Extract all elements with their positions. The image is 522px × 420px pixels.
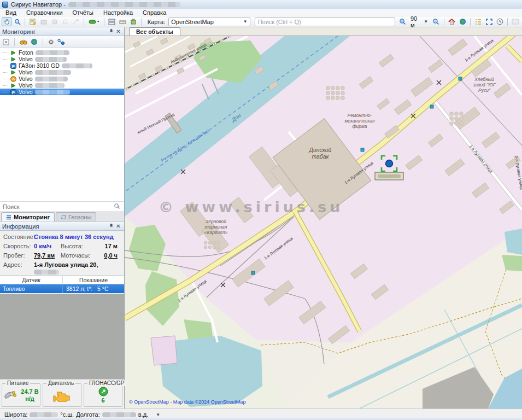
track-button[interactable] bbox=[87, 17, 101, 26]
geozone-group-button[interactable] bbox=[39, 17, 49, 26]
vehicle-row[interactable]: Foton bbox=[0, 49, 124, 56]
connection-icon[interactable] bbox=[57, 39, 65, 45]
legend-button[interactable] bbox=[473, 17, 483, 26]
gear-icon[interactable]: ⚙ bbox=[48, 38, 54, 46]
pan-tool-button[interactable] bbox=[2, 17, 11, 26]
edit-button[interactable] bbox=[28, 17, 38, 26]
map-canvas[interactable]: Амбулаторная улица жный Нижний Проезд Ро… bbox=[125, 36, 522, 409]
plug-icon bbox=[3, 389, 17, 401]
fit-selection-button[interactable] bbox=[484, 17, 494, 26]
close-icon[interactable]: ✕ bbox=[115, 223, 122, 229]
idle-status-icon bbox=[10, 76, 16, 82]
app-icon bbox=[2, 2, 8, 8]
map-tab-strip: Все объекты bbox=[125, 27, 522, 36]
vehicle-label: Volvo bbox=[19, 75, 33, 82]
monitoring-panel-header: Мониторинг ✕ bbox=[0, 27, 124, 36]
map-svg: Амбулаторная улица жный Нижний Проезд Ро… bbox=[125, 36, 522, 409]
map-scale-select[interactable]: 90 м ▼ bbox=[408, 17, 430, 26]
svg-text:Донской: Донской bbox=[309, 147, 332, 153]
pin-icon[interactable] bbox=[108, 28, 115, 35]
svg-text:Зерновой: Зерновой bbox=[206, 219, 226, 224]
binoculars-icon[interactable] bbox=[20, 39, 27, 45]
panels-icon bbox=[108, 19, 115, 25]
vehicle-row[interactable]: P ГАЗон 3010 GD bbox=[0, 62, 124, 69]
vehicle-row-selected[interactable]: P Volvo bbox=[0, 89, 124, 95]
vehicle-label: ГАЗон 3010 GD bbox=[19, 62, 60, 69]
menu-directories[interactable]: Справочники bbox=[26, 9, 63, 16]
address-value: 1-я Луговая улица 20, bbox=[34, 261, 121, 275]
ruler-button[interactable] bbox=[118, 17, 127, 26]
value-column-header[interactable]: Показание bbox=[63, 276, 124, 284]
hours-value[interactable]: 0,0 ч bbox=[92, 252, 121, 259]
home-button[interactable] bbox=[447, 17, 457, 26]
tab-label: Мониторинг bbox=[14, 214, 50, 220]
redacted-longitude bbox=[102, 412, 136, 417]
vehicle-row[interactable]: Volvo bbox=[0, 82, 124, 89]
svg-text:табак: табак bbox=[312, 153, 329, 160]
magnifier-icon bbox=[14, 19, 21, 25]
map-tab-all-objects[interactable]: Все объекты bbox=[129, 27, 180, 36]
sensor-table: Датчик Показание Топливо 3812 л; t°: 5 °… bbox=[0, 276, 124, 294]
chevron-down-icon: ▼ bbox=[243, 19, 248, 24]
pin-icon[interactable] bbox=[108, 223, 115, 230]
map-provider-select[interactable]: OpenStreetMap ▼ bbox=[168, 18, 250, 26]
geozone-polygon-button[interactable] bbox=[61, 17, 71, 26]
tab-geozones[interactable]: Геозоны bbox=[56, 212, 96, 221]
address-label: Адрес: bbox=[3, 261, 34, 275]
close-icon[interactable]: ✕ bbox=[115, 28, 122, 34]
menu-settings[interactable]: Настройка bbox=[103, 9, 133, 16]
sensor-table-header: Датчик Показание bbox=[0, 276, 124, 284]
redacted-vehicle-name bbox=[35, 90, 70, 95]
split-view-button[interactable] bbox=[107, 17, 117, 26]
redacted-vehicle-name bbox=[35, 83, 64, 88]
redacted-vehicle-name bbox=[36, 50, 69, 55]
svg-text:Ремонтно-: Ремонтно- bbox=[348, 113, 372, 118]
globe-button[interactable] bbox=[458, 17, 468, 26]
speed-label: Скорость: bbox=[3, 243, 34, 249]
zoom-in-icon bbox=[399, 18, 406, 25]
info-panel-header: Информация ✕ bbox=[0, 222, 124, 231]
coords-dropdown-button[interactable]: ▼ bbox=[156, 412, 160, 417]
svg-text:P: P bbox=[12, 90, 15, 95]
monitoring-toolbar: ⚙ bbox=[0, 36, 124, 48]
geozone-circle-button[interactable] bbox=[50, 17, 60, 26]
vehicle-row[interactable]: Volvo bbox=[0, 69, 124, 75]
mileage-value[interactable]: 79,7 км bbox=[34, 252, 61, 259]
list-icon bbox=[475, 19, 482, 25]
sensor-row-selected[interactable]: Топливо 3812 л; t°: 5 °C bbox=[0, 284, 124, 293]
cargo-button[interactable] bbox=[128, 17, 138, 26]
redacted-vehicle-name bbox=[35, 57, 67, 62]
zoom-in-button[interactable] bbox=[397, 17, 407, 26]
svg-text:завод "ЮГ: завод "ЮГ bbox=[473, 82, 496, 88]
menu-view[interactable]: Вид bbox=[5, 9, 16, 16]
menu-help[interactable]: Справка bbox=[143, 9, 166, 16]
engine-gauge-label: Двигатель bbox=[46, 380, 75, 386]
state-label: Состояние: bbox=[3, 234, 34, 240]
tab-monitoring[interactable]: Мониторинг bbox=[1, 212, 55, 221]
globe-icon[interactable] bbox=[31, 38, 38, 45]
menu-reports[interactable]: Отчёты bbox=[73, 9, 93, 16]
longitude-label: Долгота: bbox=[76, 411, 100, 418]
history-button[interactable] bbox=[495, 17, 505, 26]
svg-text:«Каргилл»: «Каргилл» bbox=[204, 230, 228, 235]
empty-chart-area bbox=[0, 294, 124, 379]
zoom-out-button[interactable] bbox=[431, 17, 441, 26]
redacted-address bbox=[34, 270, 59, 275]
sensor-column-header[interactable]: Датчик bbox=[0, 276, 63, 284]
geozone-route-button[interactable] bbox=[71, 17, 81, 26]
moving-status-icon bbox=[10, 56, 16, 62]
vehicle-row[interactable]: Volvo bbox=[0, 56, 124, 62]
route-zone-icon bbox=[73, 19, 79, 25]
vehicle-row[interactable]: Volvo bbox=[0, 75, 124, 82]
minimap-button[interactable] bbox=[511, 17, 520, 26]
tree-search-placeholder: Поиск bbox=[3, 203, 114, 210]
zoom-tool-button[interactable] bbox=[13, 17, 22, 26]
expand-all-button[interactable] bbox=[3, 39, 9, 45]
global-search-input[interactable]: Поиск (Ctrl + Q) bbox=[255, 18, 396, 26]
vehicle-label: Volvo bbox=[19, 89, 33, 95]
ruler-icon bbox=[119, 19, 126, 25]
title-bar[interactable]: Сириус Навигатор - bbox=[0, 0, 522, 9]
tree-search-input[interactable]: Поиск bbox=[0, 201, 124, 211]
redacted-vehicle-name bbox=[35, 77, 68, 81]
minimap-icon bbox=[512, 19, 519, 25]
